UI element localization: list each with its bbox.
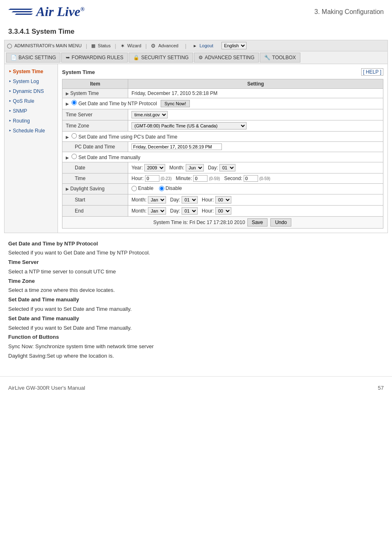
help-link[interactable]: [ HELP ] bbox=[361, 68, 383, 76]
tab-security-setting[interactable]: 🔒 SECURITY SETTING bbox=[129, 53, 193, 62]
arrow-right-icon5 bbox=[66, 186, 70, 192]
sidebar-item-system-log[interactable]: ‣ System Log bbox=[5, 76, 58, 86]
col-setting: Setting bbox=[128, 79, 383, 89]
hour-input[interactable] bbox=[145, 175, 159, 182]
table-row-time: Time Hour: (0-23) Minute: (0-59) Second:… bbox=[62, 173, 383, 184]
start-cell: Month: Jan Day: 01 Hour: 00 bbox=[128, 194, 383, 205]
table-row-date: Date Year: 2009 Month: Jun Day: 01 bbox=[62, 162, 383, 173]
body-desc-7: Daylight Saving:Set up where the locatio… bbox=[8, 352, 384, 361]
pc-date-input[interactable] bbox=[131, 143, 222, 150]
time-zone-select[interactable]: (GMT-08:00) Pacific Time (US & Canada) bbox=[131, 122, 247, 130]
month-select[interactable]: Jun bbox=[186, 164, 204, 171]
table-row-start: Start Month: Jan Day: 01 Hour: 00 bbox=[62, 194, 383, 205]
start-month-select[interactable]: Jan bbox=[148, 196, 166, 204]
language-select[interactable]: English bbox=[221, 42, 247, 49]
nav-admin-menu[interactable]: ADMINISTRATOR's MAIN MENU bbox=[14, 43, 82, 48]
tab-basic-setting[interactable]: 📄 BASIC SETTING bbox=[6, 53, 60, 62]
end-label: End bbox=[62, 205, 128, 216]
nav-status[interactable]: Status bbox=[98, 43, 111, 48]
content-wrapper: ‣ System Time ‣ System Log ‣ Dynamic DNS… bbox=[4, 64, 388, 233]
time-label: Time bbox=[62, 173, 128, 184]
body-desc-0: Selected if you want to Get Date and Tim… bbox=[8, 249, 384, 257]
time-server-cell: time.nist.gov bbox=[128, 109, 383, 120]
nav-sep4: | bbox=[185, 43, 186, 49]
content-title: System Time [ HELP ] bbox=[62, 68, 383, 76]
col-item: Item bbox=[62, 79, 128, 89]
pc-datetime-radio[interactable] bbox=[71, 133, 77, 139]
sidebar-item-snmp[interactable]: ‣ SNMP bbox=[5, 106, 58, 116]
end-day-select[interactable]: 01 bbox=[182, 207, 198, 215]
toolbox-icon: 🔧 bbox=[264, 55, 270, 60]
sidebar-item-system-time[interactable]: ‣ System Time bbox=[5, 67, 58, 76]
table-row-manual: Set Date and Time manually bbox=[62, 152, 383, 162]
minute-input[interactable] bbox=[193, 175, 208, 182]
tab-bar: 📄 BASIC SETTING ➥ FORWARDING RULES 🔒 SEC… bbox=[4, 51, 388, 64]
sidebar-item-dynamic-dns[interactable]: ‣ Dynamic DNS bbox=[5, 86, 58, 96]
section-heading: 3.3.4.1 System Time bbox=[0, 19, 392, 40]
nav-advanced[interactable]: Advanced bbox=[158, 43, 178, 48]
undo-button[interactable]: Undo bbox=[270, 218, 291, 227]
day-select[interactable]: 01 bbox=[219, 164, 235, 171]
sync-now-button[interactable]: Sync Now! bbox=[161, 100, 190, 107]
body-term-3: Set Date and Time manually bbox=[8, 296, 384, 304]
nav-logout-arrow: ► bbox=[193, 44, 197, 48]
tab-toolbox[interactable]: 🔧 TOOLBOX bbox=[260, 53, 300, 62]
main-nav: ◯ ADMINISTRATOR's MAIN MENU | ▩ Status |… bbox=[4, 40, 388, 51]
table-row-daylight: Daylight Saving Enable Disable bbox=[62, 184, 383, 194]
manual-row: Set Date and Time manually bbox=[62, 152, 383, 162]
content-title-text: System Time bbox=[62, 69, 95, 75]
start-hour-select[interactable]: 00 bbox=[215, 196, 231, 204]
hour-range: (0-23) bbox=[161, 176, 172, 181]
manual-radio[interactable] bbox=[71, 154, 77, 159]
second-range: (0-59) bbox=[259, 176, 270, 181]
page-title: 3. Making Configuration bbox=[314, 8, 384, 16]
logo: Air Live® bbox=[8, 4, 85, 19]
sidebar-item-qos-rule[interactable]: ‣ QoS Rule bbox=[5, 96, 58, 106]
main-content: System Time [ HELP ] Item Setting System… bbox=[58, 64, 387, 233]
end-hour-select[interactable]: 00 bbox=[215, 207, 231, 215]
tab-advanced-setting[interactable]: ⚙ ADVANCED SETTING bbox=[194, 53, 259, 62]
body-desc-1: Select a NTP time server to consult UTC … bbox=[8, 268, 384, 276]
nav-logout[interactable]: Logout bbox=[199, 43, 213, 48]
system-time-value: Friday, December 17, 2010 5:28:18 PM bbox=[128, 89, 383, 98]
basic-setting-icon: 📄 bbox=[11, 55, 17, 60]
enable-radio[interactable] bbox=[131, 186, 137, 191]
ntp-protocol-row: Get Date and Time by NTP Protocol Sync N… bbox=[62, 98, 383, 109]
second-input[interactable] bbox=[244, 175, 258, 182]
year-select[interactable]: 2009 bbox=[144, 164, 165, 171]
disable-radio[interactable] bbox=[159, 186, 164, 191]
logo-text: Air Live® bbox=[36, 4, 85, 19]
body-term-4: Set Date and Time manually bbox=[8, 314, 384, 323]
nav-wizard-icon: ✶ bbox=[120, 43, 125, 49]
pc-date-value bbox=[128, 142, 383, 152]
start-label: Start bbox=[62, 194, 128, 205]
time-server-select[interactable]: time.nist.gov bbox=[131, 111, 168, 118]
sidebar-item-routing[interactable]: ‣ Routing bbox=[5, 116, 58, 126]
nav-wizard[interactable]: Wizard bbox=[127, 43, 141, 48]
body-term-2: Time Zone bbox=[8, 277, 384, 286]
save-button[interactable]: Save bbox=[247, 218, 267, 227]
table-row-timezone: Time Zone (GMT-08:00) Pacific Time (US &… bbox=[62, 120, 383, 132]
enable-label[interactable]: Enable bbox=[131, 185, 153, 191]
tab-forwarding-rules[interactable]: ➥ FORWARDING RULES bbox=[61, 53, 128, 62]
table-row-time-server: Time Server time.nist.gov bbox=[62, 109, 383, 120]
body-text: Get Date and Time by NTP Protocol Select… bbox=[0, 233, 392, 368]
page-header: Air Live® 3. Making Configuration bbox=[0, 0, 392, 19]
nav-advanced-icon: ⚙ bbox=[151, 43, 156, 49]
start-day-select[interactable]: 01 bbox=[182, 196, 198, 204]
pc-datetime-row: Set Date and Time using PC's Date and Ti… bbox=[62, 132, 383, 142]
sidebar-item-schedule-rule[interactable]: ‣ Schedule Rule bbox=[5, 126, 58, 136]
save-bar-cell: System Time is: Fri Dec 17 17:28:10 2010… bbox=[62, 216, 383, 228]
ntp-radio[interactable] bbox=[71, 100, 77, 105]
end-month-select[interactable]: Jan bbox=[148, 207, 166, 215]
time-zone-cell: (GMT-08:00) Pacific Time (US & Canada) bbox=[128, 120, 383, 132]
nav-admin-icon: ◯ bbox=[7, 43, 12, 49]
nav-sep1: | bbox=[86, 43, 87, 49]
nav-status-icon: ▩ bbox=[91, 43, 95, 49]
body-term-0: Get Date and Time by NTP Protocol bbox=[8, 240, 384, 248]
disable-label[interactable]: Disable bbox=[159, 185, 182, 191]
date-label: Date bbox=[62, 162, 128, 173]
table-row: System Time Friday, December 17, 2010 5:… bbox=[62, 89, 383, 98]
system-time-table: Item Setting System Time Friday, Decembe… bbox=[62, 79, 383, 229]
table-row-ntp: Get Date and Time by NTP Protocol Sync N… bbox=[62, 98, 383, 109]
